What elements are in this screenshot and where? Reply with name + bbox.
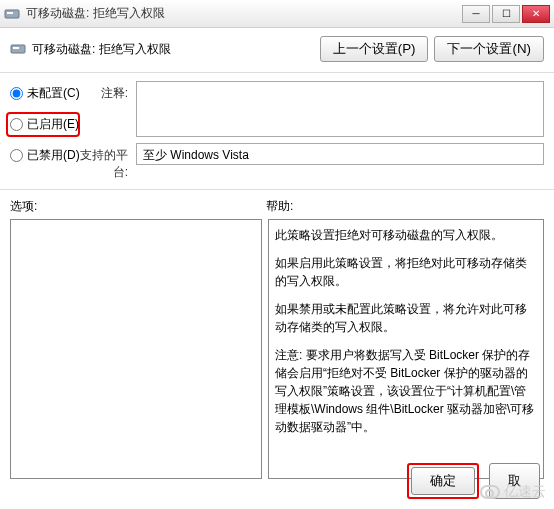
help-paragraph: 如果启用此策略设置，将拒绝对此可移动存储类的写入权限。: [275, 254, 537, 290]
radio-disabled[interactable]: 已禁用(D): [10, 147, 80, 164]
window-buttons: ─ ☐ ✕: [462, 5, 550, 23]
divider: [0, 72, 554, 73]
close-button[interactable]: ✕: [522, 5, 550, 23]
ok-button[interactable]: 确定: [411, 467, 475, 495]
radio-enabled[interactable]: 已启用(E): [10, 116, 76, 133]
platform-label: 支持的平台:: [80, 143, 136, 181]
maximize-button[interactable]: ☐: [492, 5, 520, 23]
window-title: 可移动磁盘: 拒绝写入权限: [26, 5, 462, 22]
footer: 确定 取: [407, 463, 540, 499]
options-pane: [10, 219, 262, 479]
platform-value: 至少 Windows Vista: [136, 143, 544, 165]
radio-disabled-label: 已禁用(D): [27, 147, 80, 164]
comment-textarea[interactable]: [136, 81, 544, 137]
header: 可移动磁盘: 拒绝写入权限 上一个设置(P) 下一个设置(N): [0, 28, 554, 70]
next-setting-button[interactable]: 下一个设置(N): [434, 36, 544, 62]
help-paragraph: 注意: 要求用户将数据写入受 BitLocker 保护的存储会启用“拒绝对不受 …: [275, 346, 537, 436]
svg-rect-1: [7, 12, 13, 14]
divider: [0, 189, 554, 190]
titlebar: 可移动磁盘: 拒绝写入权限 ─ ☐ ✕: [0, 0, 554, 28]
comment-label: 注释:: [80, 81, 136, 102]
help-pane: 此策略设置拒绝对可移动磁盘的写入权限。 如果启用此策略设置，将拒绝对此可移动存储…: [268, 219, 544, 479]
radio-not-configured-label: 未配置(C): [27, 85, 80, 102]
radio-enabled-input[interactable]: [10, 118, 23, 131]
help-label: 帮助:: [266, 198, 293, 215]
radio-enabled-label: 已启用(E): [27, 116, 79, 133]
radio-disabled-input[interactable]: [10, 149, 23, 162]
drive-icon: [10, 41, 26, 57]
svg-rect-3: [13, 47, 19, 49]
radio-not-configured-input[interactable]: [10, 87, 23, 100]
prev-setting-button[interactable]: 上一个设置(P): [320, 36, 429, 62]
radio-not-configured[interactable]: 未配置(C): [10, 85, 80, 102]
options-label: 选项:: [10, 198, 266, 215]
state-radio-group: 未配置(C) 已启用(E) 已禁用(D): [10, 81, 80, 187]
minimize-button[interactable]: ─: [462, 5, 490, 23]
drive-icon: [4, 6, 20, 22]
help-paragraph: 此策略设置拒绝对可移动磁盘的写入权限。: [275, 226, 537, 244]
cancel-button[interactable]: 取: [489, 463, 540, 499]
header-title: 可移动磁盘: 拒绝写入权限: [32, 41, 320, 58]
help-paragraph: 如果禁用或未配置此策略设置，将允许对此可移动存储类的写入权限。: [275, 300, 537, 336]
